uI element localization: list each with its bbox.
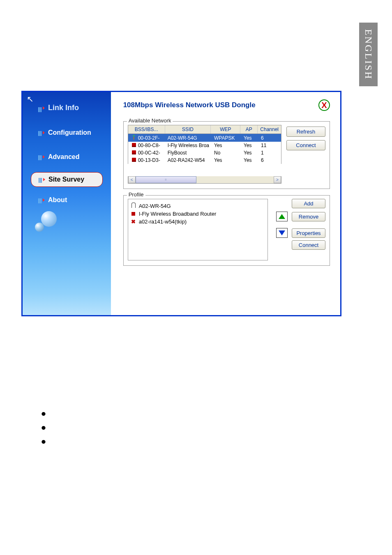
nav-advanced[interactable]: Advanced [23, 150, 111, 164]
scroll-right-button[interactable]: > [274, 176, 281, 183]
nav-icon [38, 197, 44, 203]
arrow-down-icon [279, 230, 285, 235]
nav-about[interactable]: About [23, 193, 111, 207]
profile-item[interactable]: A02-WR-54G [131, 202, 265, 210]
nav-label: Link Info [48, 104, 79, 112]
col-ssid[interactable]: SSID [165, 125, 211, 134]
profile-item[interactable]: I-Fly Wireless Broadband Router [131, 210, 265, 218]
connect-network-button[interactable]: Connect [286, 140, 325, 150]
add-profile-button[interactable]: Add [292, 199, 325, 208]
properties-button[interactable]: Properties [292, 228, 325, 238]
nav-site-survey[interactable]: Site Survey [31, 172, 103, 187]
computer-icon [131, 143, 137, 148]
nav-label: About [48, 196, 67, 204]
antenna-icon [131, 135, 137, 141]
profile-list[interactable]: A02-WR-54G I-Fly Wireless Broadband Rout… [128, 199, 268, 260]
network-row[interactable]: 00-03-2F- A02-WR-54G WPAPSK Yes 6 [128, 134, 281, 142]
app-window: ↖ Link Info Configuration Advanced Site … [21, 91, 341, 316]
nav-icon [38, 130, 44, 136]
col-channel[interactable]: Channel [258, 125, 281, 134]
col-wep[interactable]: WEP [211, 125, 240, 134]
computer-icon [131, 211, 136, 217]
nav-label: Site Survey [48, 176, 84, 183]
profile-label: I-Fly Wireless Broadband Router [139, 211, 217, 217]
close-button[interactable]: X [318, 99, 330, 111]
nav-label: Advanced [48, 153, 79, 161]
network-list-header: BSS/IBS... SSID WEP AP Channel [128, 125, 281, 134]
profile-group: Profile A02-WR-54G I-Fly Wireless Broadb… [123, 195, 330, 266]
connect-profile-button[interactable]: Connect [292, 240, 325, 250]
network-row[interactable]: 00-0C-42- FlyBoost No Yes 1 [128, 149, 281, 157]
nav-link-info[interactable]: Link Info [23, 100, 111, 115]
remove-profile-button[interactable]: Remove [292, 212, 325, 221]
profile-label: a02-ra141-w54(tkip) [139, 219, 187, 225]
horizontal-scrollbar[interactable]: < ≡ > [128, 176, 281, 184]
scroll-track[interactable]: ≡ [136, 176, 274, 183]
nav-icon [38, 154, 44, 160]
computer-icon [131, 157, 137, 163]
move-down-button[interactable] [276, 228, 288, 238]
network-row[interactable]: 00-13-D3- A02-RA242-W54 Yes Yes 6 [128, 157, 281, 164]
scroll-thumb[interactable]: ≡ [136, 176, 196, 183]
language-tab: ENGLISH [359, 23, 378, 86]
profile-label: A02-WR-54G [139, 203, 171, 209]
sidebar: ↖ Link Info Configuration Advanced Site … [23, 92, 111, 315]
nav-icon [39, 177, 44, 182]
nav-icon [38, 105, 44, 111]
scroll-left-button[interactable]: < [128, 176, 136, 183]
app-title: 108Mbps Wireless Network USB Dongle [123, 101, 256, 109]
arrow-up-icon [279, 214, 285, 219]
network-list[interactable]: BSS/IBS... SSID WEP AP Channel 00-03-2F-… [128, 125, 281, 184]
col-ap[interactable]: AP [240, 125, 258, 134]
network-row[interactable]: 00-80-C8- I-Fly Wireless Broa Yes Yes 11 [128, 142, 281, 149]
nav-configuration[interactable]: Configuration [23, 126, 111, 140]
available-network-group: Available Network BSS/IBS... SSID WEP AP… [123, 121, 330, 189]
bullet-list: ••• [41, 407, 46, 449]
available-network-legend: Available Network [127, 117, 173, 124]
antenna-icon [131, 203, 136, 209]
nav-label: Configuration [48, 129, 91, 136]
col-bss[interactable]: BSS/IBS... [128, 125, 165, 134]
computer-icon [131, 150, 137, 156]
main-panel: 108Mbps Wireless Network USB Dongle X Av… [111, 92, 340, 315]
profile-legend: Profile [127, 191, 145, 198]
move-up-button[interactable] [276, 212, 288, 221]
network-list-body: 00-03-2F- A02-WR-54G WPAPSK Yes 6 00-80-… [128, 134, 281, 164]
refresh-button[interactable]: Refresh [286, 127, 325, 137]
profile-item[interactable]: ✖ a02-ra141-w54(tkip) [131, 218, 265, 226]
disabled-icon: ✖ [131, 219, 136, 225]
